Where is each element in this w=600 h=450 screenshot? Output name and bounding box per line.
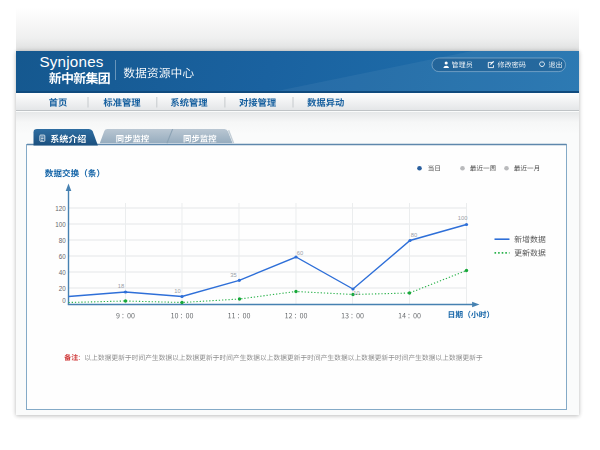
svg-text:20: 20 [59, 285, 67, 292]
svg-text:100: 100 [55, 221, 66, 228]
svg-text:80: 80 [59, 237, 67, 244]
svg-text:100: 100 [458, 215, 468, 221]
svg-text:60: 60 [297, 250, 303, 256]
svg-text:80: 80 [411, 232, 417, 238]
svg-text:18: 18 [118, 283, 124, 289]
svg-text:0: 0 [62, 297, 66, 304]
svg-text:35: 35 [230, 272, 236, 278]
svg-text:60: 60 [59, 253, 67, 260]
svg-text:10: 10 [353, 290, 359, 296]
svg-text:Synjones: Synjones [40, 53, 104, 70]
svg-text:120: 120 [55, 205, 66, 212]
svg-text:10: 10 [174, 288, 180, 294]
svg-text:40: 40 [59, 269, 67, 276]
